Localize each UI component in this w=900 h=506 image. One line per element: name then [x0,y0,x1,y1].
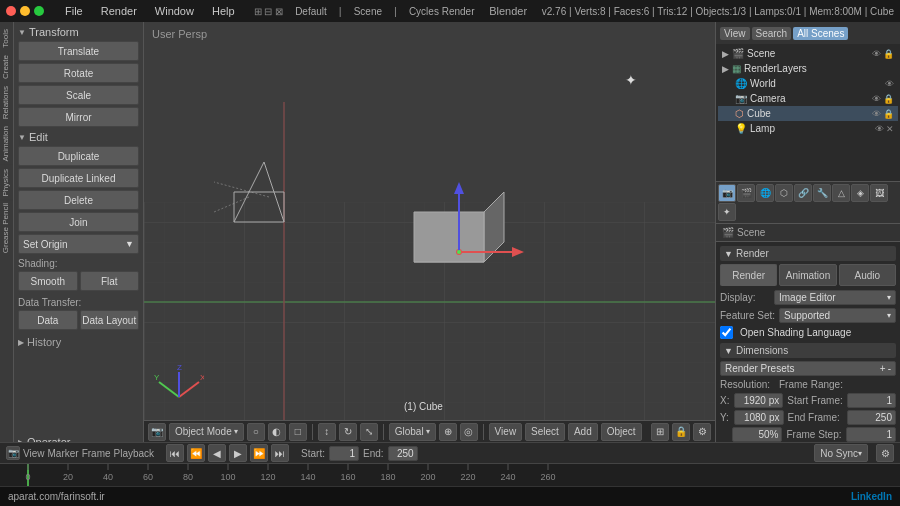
scene-eye-icon[interactable]: 👁 [872,49,881,59]
timeline-view-btn[interactable]: View [23,448,45,459]
menu-render[interactable]: Render [98,4,140,18]
jump-start-icon[interactable]: ⏮ [166,444,184,462]
layers-icon[interactable]: ⊞ [651,423,669,441]
shading-mode-icon[interactable]: ○ [247,423,265,441]
render-section-header[interactable]: ▼ Render [720,246,896,261]
timeline-settings-icon[interactable]: ⚙ [876,444,894,462]
scene-item-scene[interactable]: ▶ 🎬 Scene 👁 🔒 [718,46,898,61]
vtab-create[interactable]: Create [0,52,13,82]
rotate-icon[interactable]: ↻ [339,423,357,441]
menu-file[interactable]: File [62,4,86,18]
display-dropdown[interactable]: Image Editor ▾ [774,290,896,305]
viewport-camera-icon[interactable]: 📷 [148,423,166,441]
prop-texture-icon[interactable]: 🖼 [870,184,888,202]
start-frame-timeline-field[interactable]: 1 [329,446,359,461]
timeline-playback-btn[interactable]: Playback [114,448,155,459]
x-value-field[interactable]: 1920 px [734,393,783,408]
prop-particles-icon[interactable]: ✦ [718,203,736,221]
maximize-button[interactable] [34,6,44,16]
viewport[interactable]: User Persp [144,22,715,442]
viewport-shading-wire[interactable]: □ [289,423,307,441]
prop-data-icon[interactable]: △ [832,184,850,202]
snap-icon[interactable]: ⊕ [439,423,457,441]
timeline-camera-icon[interactable]: 📷 [6,446,20,460]
no-sync-btn[interactable]: No Sync▾ [814,444,868,462]
next-keyframe-icon[interactable]: ⏩ [250,444,268,462]
scene-item-render-layers[interactable]: ▶ ▦ RenderLayers [718,61,898,76]
viewport-shading-solid[interactable]: ◐ [268,423,286,441]
open-shading-checkbox[interactable] [720,326,733,339]
data-button[interactable]: Data [18,310,78,330]
vtab-grease-pencil[interactable]: Grease Pencil [0,200,13,256]
prop-material-icon[interactable]: ◈ [851,184,869,202]
translate-button[interactable]: Translate [18,41,139,61]
lamp-lock-icon[interactable]: ✕ [886,124,894,134]
prop-render-icon[interactable]: 📷 [718,184,736,202]
jump-end-icon[interactable]: ⏭ [271,444,289,462]
presets-remove-icon[interactable]: - [888,363,891,374]
render-tab-animation[interactable]: Animation [779,264,836,286]
vtab-animation[interactable]: Animation [0,123,13,165]
prop-scene-icon[interactable]: 🎬 [737,184,755,202]
lamp-eye-icon[interactable]: 👁 [875,124,884,134]
smooth-button[interactable]: Smooth [18,271,78,291]
render-icon[interactable]: ⚙ [693,423,711,441]
join-button[interactable]: Join [18,212,139,232]
dimensions-section-header[interactable]: ▼ Dimensions [720,343,896,358]
layout-selector[interactable]: Default [295,6,327,17]
delete-button[interactable]: Delete [18,190,139,210]
scale-button[interactable]: Scale [18,85,139,105]
prop-object-icon[interactable]: ⬡ [775,184,793,202]
render-presets-dropdown[interactable]: Render Presets + - [720,361,896,376]
transform-header[interactable]: ▼ Transform [18,26,139,38]
scene-selector[interactable]: Scene [354,6,382,17]
render-tab-audio[interactable]: Audio [839,264,896,286]
world-eye-icon[interactable]: 👁 [885,79,894,89]
prop-modifier-icon[interactable]: 🔧 [813,184,831,202]
render-engine-selector[interactable]: Cycles Render [409,6,475,17]
outliner-view-btn[interactable]: View [720,27,750,40]
camera-lock-icon[interactable]: 🔒 [883,94,894,104]
frame-step-field[interactable]: 1 [846,427,896,442]
proportional-icon[interactable]: ◎ [460,423,478,441]
select-button[interactable]: Select [525,423,565,441]
scene-item-camera[interactable]: 📷 Camera 👁 🔒 [718,91,898,106]
scale-icon[interactable]: ⤡ [360,423,378,441]
prop-constraint-icon[interactable]: 🔗 [794,184,812,202]
rotate-button[interactable]: Rotate [18,63,139,83]
percent-field[interactable]: 50% [732,427,782,442]
timeline-marker-btn[interactable]: Marker [48,448,79,459]
view-button[interactable]: View [489,423,523,441]
camera-eye-icon[interactable]: 👁 [872,94,881,104]
edit-header[interactable]: ▼ Edit [18,131,139,143]
prop-world-icon[interactable]: 🌐 [756,184,774,202]
play-back-icon[interactable]: ◀ [208,444,226,462]
play-forward-icon[interactable]: ▶ [229,444,247,462]
vtab-relations[interactable]: Relations [0,83,13,122]
prev-keyframe-icon[interactable]: ⏪ [187,444,205,462]
vtab-tools[interactable]: Tools [0,26,13,51]
scene-item-world[interactable]: 🌐 World 👁 [718,76,898,91]
operator-header[interactable]: ▶ Operator [18,436,139,442]
history-item[interactable]: ▶ History [18,336,139,348]
presets-add-icon[interactable]: + [880,363,886,374]
data-layout-button[interactable]: Data Layout [80,310,140,330]
flat-button[interactable]: Flat [80,271,140,291]
feature-set-dropdown[interactable]: Supported ▾ [779,308,896,323]
menu-window[interactable]: Window [152,4,197,18]
scene-item-cube[interactable]: ⬡ Cube 👁 🔒 [718,106,898,121]
menu-help[interactable]: Help [209,4,238,18]
object-button[interactable]: Object [601,423,642,441]
close-button[interactable] [6,6,16,16]
outliner-all-scenes-btn[interactable]: All Scenes [793,27,848,40]
cube-eye-icon[interactable]: 👁 [872,109,881,119]
mirror-button[interactable]: Mirror [18,107,139,127]
vtab-physics[interactable]: Physics [0,166,13,200]
move-icon[interactable]: ↕ [318,423,336,441]
y-value-field[interactable]: 1080 px [734,410,784,425]
object-mode-selector[interactable]: Object Mode▾ [169,423,244,441]
timeline-frame-btn[interactable]: Frame [82,448,111,459]
end-frame-timeline-field[interactable]: 250 [388,446,418,461]
render-tab-render[interactable]: Render [720,264,777,286]
minimize-button[interactable] [20,6,30,16]
